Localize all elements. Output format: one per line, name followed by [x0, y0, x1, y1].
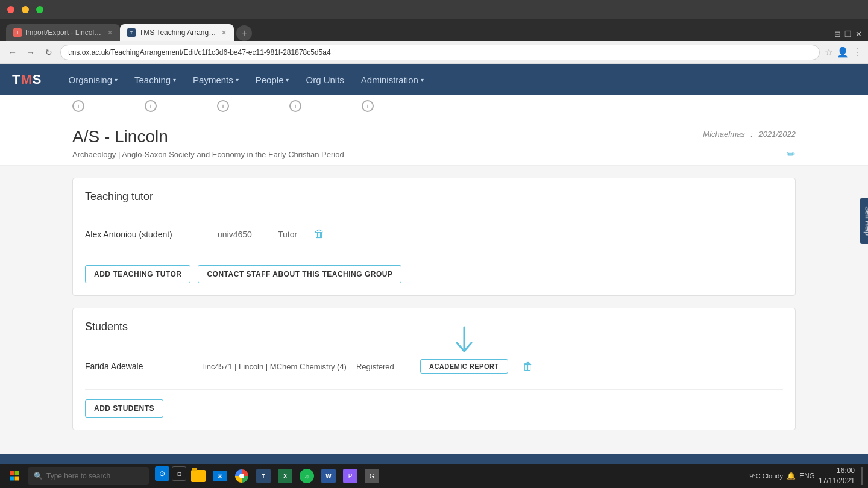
- task-view-icon: ⧉: [177, 470, 181, 478]
- tab-favicon-2: T: [127, 28, 136, 37]
- info-icon-1[interactable]: i: [72, 100, 84, 112]
- window-maximize[interactable]: [36, 6, 43, 13]
- taskbar-time-display: 16:00: [819, 466, 855, 476]
- taskbar-notifications[interactable]: 🔔: [787, 472, 796, 480]
- close-window[interactable]: ✕: [855, 30, 862, 39]
- nav-organising-label: Organising: [68, 75, 112, 85]
- students-btn-row: ADD STUDENTS: [85, 399, 783, 418]
- taskbar-excel[interactable]: X: [275, 466, 295, 486]
- self-help-label: Self Help: [864, 206, 868, 236]
- tutor-id: univ4650: [218, 230, 266, 239]
- gray-app-icon: G: [365, 469, 379, 483]
- student-row: Farida Adewale linc4571 | Lincoln | MChe…: [85, 353, 783, 380]
- info-icon-2[interactable]: i: [145, 100, 157, 112]
- tutor-role: Tutor: [278, 230, 297, 239]
- add-teaching-tutor-button[interactable]: ADD TEACHING TUTOR: [85, 265, 190, 283]
- taskbar-search-input[interactable]: [46, 472, 143, 480]
- students-title: Students: [85, 321, 783, 333]
- taskbar-search-box[interactable]: 🔍: [28, 467, 149, 485]
- edit-icon[interactable]: ✏: [787, 148, 796, 161]
- tms-icon: T: [256, 469, 271, 483]
- nav-people[interactable]: People ▾: [247, 64, 298, 95]
- window-close[interactable]: [7, 6, 14, 13]
- tab-favicon: I: [13, 28, 22, 37]
- nav-teaching[interactable]: Teaching ▾: [126, 64, 184, 95]
- excel-icon: X: [278, 469, 292, 483]
- nav-people-chevron: ▾: [286, 77, 289, 83]
- taskbar-gray-app[interactable]: G: [362, 466, 382, 486]
- bookmark-icon[interactable]: ☆: [825, 46, 833, 58]
- nav-payments-label: Payments: [193, 75, 233, 85]
- self-help-tab[interactable]: Self Help: [860, 198, 868, 244]
- taskbar-date-display: 17/11/2021: [819, 476, 855, 486]
- teaching-tutor-card: Teaching tutor Alex Antoniou (student) u…: [72, 178, 796, 296]
- nav-payments[interactable]: Payments ▾: [184, 64, 247, 95]
- cortana-icon: ⊙: [159, 469, 165, 478]
- page-title: A/S - Lincoln: [72, 127, 796, 146]
- tutor-name: Alex Antoniou (student): [85, 230, 206, 239]
- menu-icon[interactable]: ⋮: [852, 46, 862, 58]
- taskbar-mail[interactable]: ✉: [210, 466, 230, 486]
- meta-term: Michaelmas: [703, 130, 744, 139]
- student-status: Registered: [356, 362, 410, 371]
- page-meta: Michaelmas : 2021/2022: [703, 130, 796, 139]
- taskbar-cortana[interactable]: ⊙: [155, 466, 169, 481]
- info-icons-row: i i i i i: [0, 95, 868, 117]
- restore-down[interactable]: ❐: [844, 30, 852, 39]
- forward-button[interactable]: →: [24, 46, 37, 59]
- taskbar-word[interactable]: W: [319, 466, 338, 486]
- back-button[interactable]: ←: [6, 46, 19, 59]
- address-input[interactable]: [60, 45, 820, 60]
- file-explorer-icon: [191, 470, 206, 482]
- nav-administration[interactable]: Administration ▾: [353, 64, 432, 95]
- svg-rect-5: [15, 477, 19, 481]
- student-delete-icon[interactable]: 🗑: [523, 360, 533, 373]
- taskbar-chrome[interactable]: [232, 466, 251, 486]
- taskbar-search-icon: 🔍: [34, 472, 43, 480]
- info-icon-5[interactable]: i: [362, 100, 374, 112]
- new-tab-button[interactable]: +: [236, 25, 252, 41]
- tab-import-export[interactable]: I Import/Export - Lincoln College ✕: [6, 24, 120, 41]
- nav-organising[interactable]: Organising ▾: [60, 64, 126, 95]
- academic-report-container: ACADEMIC REPORT: [420, 359, 508, 374]
- tab-label: Import/Export - Lincoln College: [25, 28, 104, 37]
- tutor-row: Alex Antoniou (student) univ4650 Tutor 🗑: [85, 223, 783, 245]
- nav-orgunits[interactable]: Org Units: [297, 64, 352, 95]
- tutor-divider-2: [85, 255, 783, 255]
- address-bar-row: ← → ↻ ☆ 👤 ⋮: [0, 41, 868, 64]
- academic-report-button[interactable]: ACADEMIC REPORT: [420, 359, 508, 374]
- purple-app-icon: P: [343, 469, 357, 483]
- spotify-icon: ♫: [300, 469, 314, 483]
- taskbar-task-view[interactable]: ⧉: [172, 466, 186, 481]
- students-divider: [85, 343, 783, 343]
- tab-close-1[interactable]: ✕: [107, 29, 113, 37]
- svg-rect-2: [10, 471, 14, 475]
- nav-orgunits-label: Org Units: [306, 75, 344, 85]
- start-button[interactable]: [5, 466, 24, 486]
- window-minimize[interactable]: [22, 6, 29, 13]
- info-icon-3[interactable]: i: [217, 100, 229, 112]
- taskbar-file-explorer[interactable]: [189, 466, 208, 486]
- info-icon-4[interactable]: i: [289, 100, 301, 112]
- tutor-divider: [85, 213, 783, 213]
- main-content: Teaching tutor Alex Antoniou (student) u…: [0, 166, 868, 454]
- show-desktop-button[interactable]: [861, 467, 863, 485]
- window-controls: ⊟ ❐ ✕: [834, 30, 862, 41]
- windows-icon: [10, 471, 19, 481]
- taskbar-spotify[interactable]: ♫: [297, 466, 316, 486]
- add-students-button[interactable]: ADD STUDENTS: [85, 399, 163, 418]
- contact-staff-button[interactable]: CONTACT STAFF ABOUT THIS TEACHING GROUP: [198, 265, 401, 283]
- tab-bar: I Import/Export - Lincoln College ✕ T TM…: [0, 19, 868, 41]
- arrow-annotation: [452, 326, 476, 358]
- restore-button[interactable]: ⊟: [834, 30, 841, 39]
- tab-close-2[interactable]: ✕: [221, 29, 227, 37]
- taskbar-purple-app[interactable]: P: [341, 466, 360, 486]
- reload-button[interactable]: ↻: [42, 46, 55, 59]
- account-icon[interactable]: 👤: [837, 46, 849, 58]
- taskbar-tms[interactable]: T: [254, 466, 273, 486]
- tab-tms[interactable]: T TMS Teaching Arrangement ✕: [120, 24, 234, 41]
- nav-payments-chevron: ▾: [236, 77, 239, 83]
- taskbar-apps: ⊙ ⧉ ✉ T X: [155, 466, 382, 486]
- tutor-delete-icon[interactable]: 🗑: [314, 228, 325, 240]
- taskbar: 🔍 ⊙ ⧉ ✉ T: [0, 464, 868, 488]
